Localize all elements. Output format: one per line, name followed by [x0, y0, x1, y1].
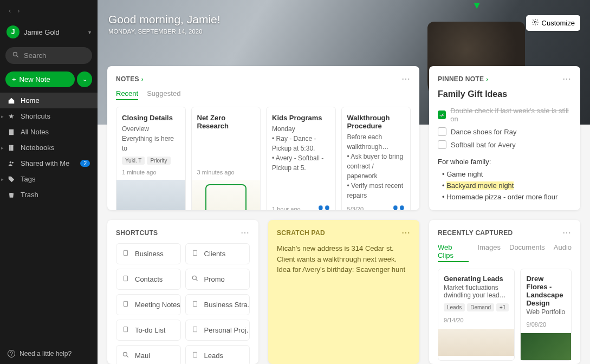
note-icon	[191, 249, 199, 258]
expand-icon[interactable]: ▸	[1, 145, 4, 151]
nav-shared[interactable]: Shared with Me 2	[0, 155, 98, 171]
user-menu[interactable]: J Jamie Gold ▾	[0, 21, 98, 43]
note-card[interactable]: Walkthrough Procedure Before each walkth…	[341, 107, 411, 210]
shortcut-label: Contacts	[135, 275, 163, 283]
nav-home[interactable]: Home	[0, 93, 98, 108]
checkbox-icon[interactable]	[438, 140, 446, 149]
nav-notebooks[interactable]: ▸ Notebooks	[0, 140, 98, 155]
captured-tag: Demand	[467, 303, 494, 311]
help-label: Need a little help?	[20, 350, 72, 358]
shortcut-item[interactable]: Business Stra…	[185, 294, 250, 315]
checklist-label: Softball bat for Avery	[451, 141, 516, 149]
shortcut-item[interactable]: Maui	[116, 345, 181, 364]
captured-date: 9/14/20	[444, 317, 509, 323]
note-thumbnail	[116, 180, 185, 210]
note-tag: Yuki. T	[122, 157, 145, 165]
expand-icon[interactable]: ▸	[1, 177, 4, 182]
note-card[interactable]: Closing Details Overview Everything is h…	[116, 107, 186, 210]
nav-shortcuts[interactable]: ▸ ★ Shortcuts	[0, 108, 98, 124]
captured-card[interactable]: Drew Flores - Landscape Design Web Portf…	[520, 269, 572, 361]
pinned-title[interactable]: PINNED NOTE ›	[438, 75, 488, 83]
greeting-date: MONDAY, SEPTEMBER 14, 2020	[108, 28, 221, 35]
note-body	[197, 132, 255, 165]
captured-card[interactable]: Generating Leads Market fluctuations dwi…	[438, 269, 515, 361]
checklist-item[interactable]: Softball bat for Avery	[438, 138, 572, 151]
nav-all-notes-label: All Notes	[21, 128, 49, 136]
note-card[interactable]: Kids Programs Monday • Ray - Dance - Pic…	[266, 107, 336, 210]
expand-icon[interactable]: ▸	[1, 114, 4, 119]
notes-title[interactable]: NOTES ›	[116, 75, 144, 83]
shortcut-item[interactable]: To-do List	[116, 320, 181, 341]
note-icon	[191, 300, 199, 309]
shortcut-label: Business	[135, 250, 164, 258]
notebook-icon	[8, 144, 15, 152]
scratch-title: SCRATCH PAD	[277, 229, 325, 237]
nav-tags[interactable]: ▸ Tags	[0, 171, 98, 187]
help-link[interactable]: ? Need a little help?	[0, 343, 98, 364]
checklist-label: Double check if last week's sale is stil…	[450, 107, 572, 123]
shortcut-item[interactable]: Meeting Notes	[116, 294, 181, 315]
note-thumbnail	[192, 180, 261, 210]
nav-all-notes[interactable]: All Notes	[0, 124, 98, 140]
more-icon[interactable]: ⋯	[401, 227, 411, 238]
nav-forward-icon[interactable]: ›	[17, 6, 20, 15]
more-icon[interactable]: ⋯	[241, 227, 250, 238]
new-note-label: New Note	[20, 75, 50, 83]
nav-notebooks-label: Notebooks	[21, 144, 54, 152]
svg-rect-3	[9, 145, 14, 151]
nav-trash[interactable]: Trash	[0, 187, 98, 203]
svg-point-6	[12, 161, 14, 163]
shortcut-label: Personal Proj…	[204, 326, 250, 334]
note-title: Net Zero Research	[197, 114, 255, 130]
note-icon	[122, 326, 129, 335]
checklist-item[interactable]: ✓Double check if last week's sale is sti…	[438, 105, 572, 125]
tab-images[interactable]: Images	[477, 243, 501, 262]
shortcut-item[interactable]: Business	[116, 243, 181, 264]
shortcut-item[interactable]: Leads	[185, 345, 250, 364]
svg-rect-15	[124, 327, 128, 332]
captured-date: 9/08/20	[526, 321, 566, 328]
shortcut-item[interactable]: Contacts	[116, 269, 181, 290]
svg-rect-13	[124, 301, 128, 306]
nav-back-icon[interactable]: ‹	[9, 6, 11, 15]
shortcut-item[interactable]: Personal Proj…	[185, 320, 250, 341]
nav-trash-label: Trash	[21, 191, 38, 199]
note-icon	[191, 326, 199, 335]
tab-recent[interactable]: Recent	[116, 89, 138, 100]
more-icon[interactable]: ⋯	[401, 74, 411, 84]
captured-thumbnail	[521, 333, 571, 360]
checklist-item[interactable]: Dance shoes for Ray	[438, 125, 572, 138]
checkbox-icon[interactable]: ✓	[438, 110, 446, 119]
sidebar: ‹ › J Jamie Gold ▾ Search + New Note ⌄ H…	[0, 0, 98, 364]
note-title: Closing Details	[122, 114, 180, 122]
tab-suggested[interactable]: Suggested	[147, 89, 180, 100]
tab-audio[interactable]: Audio	[554, 243, 572, 262]
chevron-down-icon: ▾	[88, 29, 91, 35]
captured-card-sub: Market fluctuations dwindling your lead…	[444, 284, 509, 299]
shortcut-item[interactable]: Clients	[185, 243, 250, 264]
new-note-dropdown[interactable]: ⌄	[77, 72, 92, 87]
customize-button[interactable]: Customize	[526, 15, 580, 31]
new-note-button[interactable]: + New Note	[5, 72, 75, 87]
tab-documents[interactable]: Documents	[509, 243, 545, 262]
note-icon	[122, 300, 129, 309]
note-body: Overview Everything is here to	[122, 124, 180, 153]
shortcut-item[interactable]: Promo	[185, 269, 250, 290]
more-icon[interactable]: ⋯	[562, 227, 572, 238]
gear-icon	[531, 18, 539, 28]
avatar: J	[7, 25, 20, 38]
search-input[interactable]: Search	[5, 47, 92, 64]
note-time: 1 minute ago	[122, 169, 157, 176]
svg-point-0	[13, 52, 17, 56]
note-card[interactable]: Net Zero Research 3 minutes ago	[191, 107, 261, 210]
chevron-down-icon: ⌄	[82, 76, 87, 83]
scratch-body[interactable]: Micah's new address is 314 Cedar st. Cli…	[277, 243, 411, 275]
nav-tags-label: Tags	[21, 175, 35, 183]
more-icon[interactable]: ⋯	[562, 74, 572, 84]
svg-line-12	[196, 280, 197, 281]
tab-web-clips[interactable]: Web Clips	[438, 243, 469, 262]
note-time: 3 minutes ago	[197, 169, 235, 176]
pinned-heading: Family Gift Ideas	[438, 89, 572, 99]
checkbox-icon[interactable]	[438, 127, 446, 136]
greeting-title: Good morning, Jamie!	[108, 13, 221, 26]
